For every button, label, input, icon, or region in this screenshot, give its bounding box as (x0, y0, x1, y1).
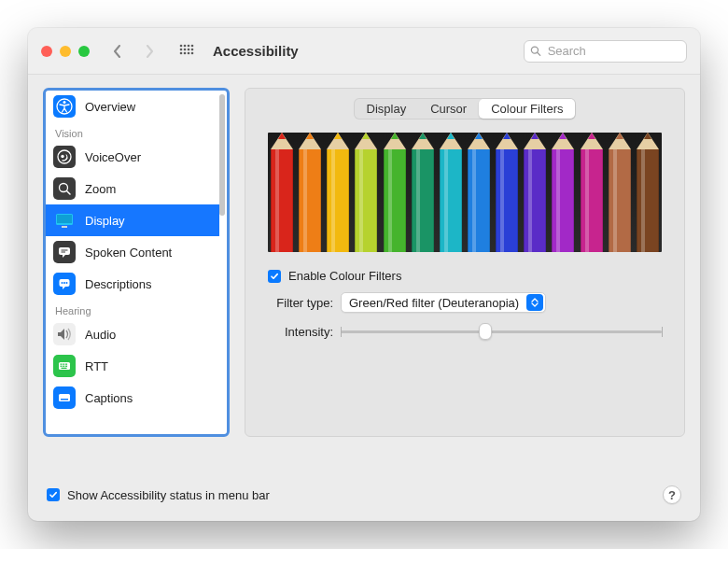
display-icon (53, 209, 76, 232)
captions-icon (53, 386, 76, 409)
search-field[interactable] (524, 40, 687, 63)
voiceover-icon (53, 146, 76, 168)
filter-type-value: Green/Red filter (Deuteranopia) (349, 296, 519, 310)
sidebar-item-label: Display (85, 214, 125, 228)
sidebar-item-display[interactable]: Display (46, 204, 219, 236)
filter-type-label: Filter type: (268, 296, 333, 310)
svg-rect-39 (61, 399, 68, 400)
preferences-window: Accessibility Overview Vision (28, 28, 700, 521)
panel-tabs: Display Cursor Colour Filters (354, 98, 577, 119)
sidebar-item-descriptions[interactable]: Descriptions (46, 268, 219, 300)
show-status-menubar-label: Show Accessibility status in menu bar (67, 488, 270, 502)
filter-type-select[interactable]: Green/Red filter (Deuteranopia) (341, 292, 546, 313)
slider-thumb[interactable] (479, 323, 492, 340)
svg-point-27 (62, 282, 63, 284)
descriptions-icon (53, 273, 76, 295)
sidebar-scroll[interactable]: Overview Vision VoiceOver Zoom (46, 91, 227, 434)
forward-button[interactable] (138, 40, 161, 63)
enable-colour-filters-label: Enable Colour Filters (288, 269, 401, 283)
svg-rect-33 (65, 364, 67, 365)
svg-rect-35 (63, 366, 64, 367)
pencil (465, 133, 493, 252)
intensity-slider[interactable] (341, 322, 662, 341)
svg-point-10 (188, 51, 190, 54)
pencil (634, 133, 662, 252)
sidebar-section-hearing: Hearing (46, 300, 219, 318)
tab-colour-filters[interactable]: Colour Filters (479, 99, 575, 119)
sidebar-item-label: Overview (85, 100, 135, 114)
checkmark-icon (270, 272, 279, 281)
accessibility-icon (53, 95, 76, 118)
svg-point-8 (180, 51, 183, 54)
sidebar-item-label: Zoom (85, 182, 116, 196)
svg-point-3 (191, 44, 194, 47)
svg-point-2 (188, 44, 190, 47)
pencil (268, 133, 296, 252)
sidebar-section-vision: Vision (46, 122, 219, 141)
svg-point-6 (188, 48, 190, 50)
window-title: Accessibility (213, 43, 299, 59)
sidebar: Overview Vision VoiceOver Zoom (43, 88, 230, 437)
filter-type-row: Filter type: Green/Red filter (Deuterano… (268, 292, 662, 313)
intensity-label: Intensity: (268, 325, 333, 339)
sidebar-item-rtt[interactable]: RTT (46, 350, 219, 382)
sidebar-item-captions[interactable]: Captions (46, 382, 219, 414)
select-caret-icon (526, 294, 543, 311)
pencil (381, 133, 409, 252)
sidebar-item-zoom[interactable]: Zoom (46, 173, 219, 204)
show-all-button[interactable] (175, 40, 198, 63)
search-icon (530, 45, 541, 57)
rtt-icon (53, 355, 76, 377)
show-status-menubar-checkbox[interactable] (47, 488, 60, 501)
svg-line-13 (538, 52, 540, 55)
pencil (578, 133, 606, 252)
sidebar-item-label: Spoken Content (85, 246, 172, 260)
enable-colour-filters-row: Enable Colour Filters (268, 269, 662, 283)
spoken-content-icon (53, 241, 76, 263)
sidebar-item-overview[interactable]: Overview (46, 91, 219, 122)
sidebar-item-spoken-content[interactable]: Spoken Content (46, 236, 219, 268)
pencil (352, 133, 380, 252)
sidebar-item-voiceover[interactable]: VoiceOver (46, 141, 219, 173)
svg-point-4 (180, 48, 183, 50)
svg-rect-34 (61, 366, 63, 367)
enable-colour-filters-checkbox[interactable] (268, 270, 281, 283)
svg-line-19 (67, 191, 71, 195)
footer: Show Accessibility status in menu bar ? (28, 469, 700, 521)
checkmark-icon (49, 490, 58, 499)
sidebar-item-label: RTT (85, 359, 108, 373)
svg-rect-31 (61, 364, 63, 365)
pencil (521, 133, 549, 252)
pencil (296, 133, 324, 252)
pencil (437, 133, 465, 252)
pencil (409, 133, 437, 252)
svg-point-0 (180, 44, 183, 47)
close-window[interactable] (41, 46, 52, 57)
zoom-window[interactable] (78, 46, 90, 57)
svg-point-7 (191, 48, 194, 50)
pencil (549, 133, 577, 252)
sidebar-scrollbar[interactable] (219, 94, 225, 216)
svg-point-29 (66, 282, 68, 284)
sidebar-item-label: Captions (85, 391, 133, 405)
sidebar-item-label: Audio (85, 328, 116, 342)
audio-icon (53, 323, 76, 345)
zoom-icon (53, 177, 76, 200)
minimize-window[interactable] (60, 46, 71, 57)
titlebar: Accessibility (28, 28, 700, 75)
svg-rect-36 (65, 366, 67, 367)
svg-point-17 (61, 155, 63, 158)
search-input[interactable] (546, 43, 680, 59)
pencil (606, 133, 634, 252)
pencil (324, 133, 352, 252)
help-button[interactable]: ? (663, 485, 681, 504)
sidebar-item-audio[interactable]: Audio (46, 318, 219, 350)
window-controls (41, 46, 90, 57)
back-button[interactable] (106, 40, 129, 63)
svg-point-28 (63, 282, 65, 284)
svg-rect-23 (59, 247, 70, 255)
tab-cursor[interactable]: Cursor (418, 99, 479, 119)
tab-display[interactable]: Display (355, 99, 419, 119)
svg-point-15 (63, 101, 66, 104)
svg-point-1 (184, 44, 187, 47)
